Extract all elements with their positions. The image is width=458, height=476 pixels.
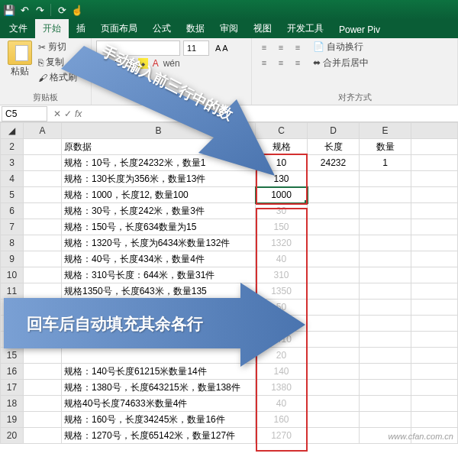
cell[interactable] — [308, 171, 360, 187]
cell[interactable] — [360, 219, 411, 235]
col-header-E[interactable]: E — [360, 123, 411, 139]
tab-data[interactable]: 数据 — [179, 19, 212, 38]
cell[interactable]: 规格：160号，长度34245米，数量16件 — [62, 412, 256, 428]
cell[interactable] — [360, 364, 411, 380]
tab-layout[interactable]: 页面布局 — [93, 19, 145, 38]
row-header[interactable]: 10 — [1, 267, 24, 283]
fx-cancel-icon[interactable]: ✕ — [53, 108, 61, 119]
cell[interactable]: 40 — [256, 396, 308, 412]
cell[interactable] — [360, 171, 411, 187]
cell[interactable]: 规格：30号，长度242米，数量3件 — [62, 203, 256, 219]
cell[interactable]: 1270 — [256, 428, 308, 444]
cell[interactable] — [360, 251, 411, 267]
row-header[interactable]: 17 — [1, 380, 24, 396]
cell[interactable] — [360, 380, 411, 396]
row-header[interactable]: 6 — [1, 203, 24, 219]
cell[interactable] — [308, 412, 360, 428]
cell[interactable] — [308, 300, 360, 316]
cell[interactable]: 1320 — [256, 235, 308, 251]
table-row[interactable]: 6规格：30号，长度242米，数量3件30 — [1, 203, 458, 219]
cell[interactable]: 24232 — [308, 155, 360, 171]
cell[interactable] — [360, 203, 411, 219]
cell[interactable] — [308, 267, 360, 283]
cell[interactable] — [308, 396, 360, 412]
cell[interactable]: 310 — [256, 267, 308, 283]
table-row[interactable]: 9规格：40号，长度434米，数量4件40 — [1, 251, 458, 267]
cell[interactable]: 规格：150号，长度634数量为15 — [62, 219, 256, 235]
table-row[interactable]: 10规格：310号长度：644米，数量31件310 — [1, 267, 458, 283]
cell[interactable] — [308, 428, 360, 444]
row-header[interactable]: 7 — [1, 219, 24, 235]
row-header[interactable]: 19 — [1, 412, 24, 428]
table-row[interactable]: 19规格：160号，长度34245米，数量16件160 — [1, 412, 458, 428]
cell[interactable]: 规格：1320号，长度为6434米数量132件 — [62, 235, 256, 251]
cell[interactable] — [308, 283, 360, 300]
select-all-corner[interactable]: ◢ — [1, 123, 24, 139]
row-header[interactable]: 20 — [1, 428, 24, 444]
tab-view[interactable]: 视图 — [246, 19, 279, 38]
save-icon[interactable]: 💾 — [3, 4, 15, 16]
cell[interactable]: 规格：40号，长度434米，数量4件 — [62, 251, 256, 267]
row-header[interactable]: 9 — [1, 251, 24, 267]
cell[interactable] — [360, 300, 411, 316]
cell[interactable] — [308, 219, 360, 235]
row-header[interactable]: 4 — [1, 171, 24, 187]
row-header[interactable]: 5 — [1, 187, 24, 203]
cell[interactable]: 1380 — [256, 380, 308, 396]
cell[interactable]: 规格40号长度74633米数量4件 — [62, 396, 256, 412]
redo-icon[interactable]: ↷ — [34, 4, 46, 16]
cell[interactable] — [308, 251, 360, 267]
cell[interactable]: 30 — [256, 203, 308, 219]
cell[interactable]: 1 — [360, 155, 411, 171]
row-header[interactable]: 2 — [1, 139, 24, 155]
tab-review[interactable]: 审阅 — [212, 19, 246, 38]
table-row[interactable]: 18规格40号长度74633米数量4件40 — [1, 396, 458, 412]
cell[interactable] — [360, 235, 411, 251]
cell[interactable] — [360, 267, 411, 283]
cell[interactable]: 规格：1380号，长度643215米，数量138件 — [62, 380, 256, 396]
cell[interactable] — [308, 380, 360, 396]
table-row[interactable]: 17规格：1380号，长度643215米，数量138件1380 — [1, 380, 458, 396]
merge-center-button[interactable]: ⬌ 合并后居中 — [313, 57, 369, 70]
wrap-text-button[interactable]: 📄 自动换行 — [313, 40, 369, 53]
col-header-D[interactable]: D — [308, 123, 360, 139]
cell[interactable]: 数量 — [360, 139, 411, 155]
cell[interactable]: 长度 — [308, 139, 360, 155]
cell[interactable] — [308, 203, 360, 219]
paste-button[interactable]: 粘贴 — [5, 40, 35, 84]
refresh-icon[interactable]: ⟳ — [56, 4, 68, 16]
tab-formulas[interactable]: 公式 — [145, 19, 179, 38]
row-header[interactable]: 18 — [1, 396, 24, 412]
row-header[interactable]: 8 — [1, 235, 24, 251]
tab-dev[interactable]: 开发工具 — [279, 19, 331, 38]
cell[interactable] — [360, 396, 411, 412]
tab-pivot[interactable]: Power Piv — [331, 21, 388, 38]
cell[interactable]: 规格：310号长度：644米，数量31件 — [62, 267, 256, 283]
tab-insert[interactable]: 插 — [69, 19, 93, 38]
col-header-A[interactable]: A — [24, 123, 62, 139]
cell[interactable] — [308, 187, 360, 203]
worksheet-grid[interactable]: ◢ A B C D E 2原数据规格长度数量3规格：10号，长度24232米，数… — [0, 122, 458, 444]
cell[interactable]: 150 — [256, 219, 308, 235]
cell[interactable] — [360, 316, 411, 332]
cell[interactable]: 规格：1270号，长度65142米，数量127件 — [62, 428, 256, 444]
cell[interactable] — [360, 412, 411, 428]
cell[interactable]: 40 — [256, 251, 308, 267]
tab-file[interactable]: 文件 — [2, 19, 35, 38]
tab-home[interactable]: 开始 — [35, 19, 69, 38]
row-header[interactable]: 3 — [1, 155, 24, 171]
table-row[interactable]: 8规格：1320号，长度为6434米数量132件1320 — [1, 235, 458, 251]
undo-icon[interactable]: ↶ — [18, 4, 31, 16]
cell[interactable] — [308, 235, 360, 251]
table-row[interactable]: 7规格：150号，长度634数量为15150 — [1, 219, 458, 235]
cell[interactable] — [360, 332, 411, 348]
name-box[interactable]: C5 — [2, 106, 47, 121]
touch-icon[interactable]: ☝ — [71, 4, 83, 16]
cell[interactable] — [308, 332, 360, 348]
cell[interactable] — [360, 348, 411, 364]
cell[interactable] — [308, 316, 360, 332]
cell[interactable] — [308, 364, 360, 380]
cell[interactable] — [360, 187, 411, 203]
cell[interactable] — [360, 283, 411, 300]
cell[interactable]: 160 — [256, 412, 308, 428]
